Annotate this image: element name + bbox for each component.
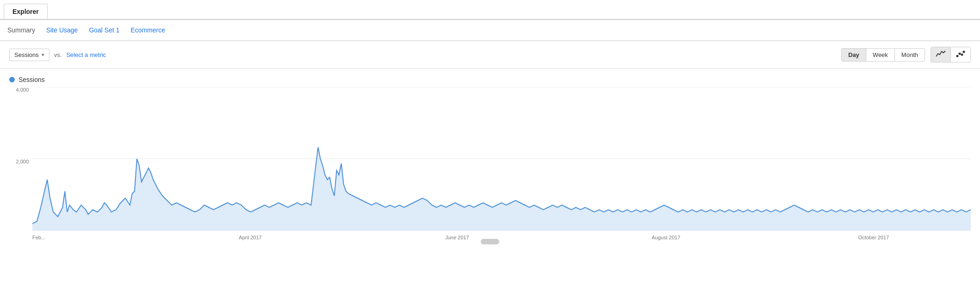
tab-ecommerce[interactable]: Ecommerce: [131, 25, 165, 36]
y-label-mid: 2,000: [9, 159, 32, 164]
chart-area: Sessions 4,000 2,000 Feb... A: [0, 69, 980, 244]
chart-container: 4,000 2,000 Feb... April 2017 June 2017 …: [9, 87, 971, 244]
svg-point-3: [961, 54, 963, 56]
month-button[interactable]: Month: [895, 49, 925, 61]
dot-chart-icon: [956, 50, 966, 58]
sub-tab-bar: Summary Site Usage Goal Set 1 Ecommerce: [0, 20, 980, 41]
x-label-feb: Feb...: [32, 235, 45, 240]
chart-plot: [32, 87, 971, 231]
svg-point-4: [963, 51, 965, 53]
tab-goal-set-1[interactable]: Goal Set 1: [89, 25, 119, 36]
dropdown-arrow-icon: ▾: [42, 52, 44, 58]
line-chart-button[interactable]: [931, 47, 951, 62]
tab-summary[interactable]: Summary: [7, 25, 35, 36]
metric-label: Sessions: [14, 51, 39, 58]
vs-label: vs.: [54, 51, 62, 58]
controls-row: Sessions ▾ vs. Select a metric Day Week …: [0, 41, 980, 69]
x-label-october: October 2017: [858, 235, 889, 240]
chart-svg: [32, 87, 971, 231]
legend-dot: [9, 77, 15, 82]
time-button-group: Day Week Month: [841, 48, 925, 62]
select-metric-link[interactable]: Select a metric: [66, 51, 106, 58]
chart-legend: Sessions: [9, 76, 971, 83]
y-label-top: 4,000: [9, 87, 32, 93]
dot-chart-button[interactable]: [951, 47, 970, 62]
metric-dropdown[interactable]: Sessions ▾: [9, 49, 49, 61]
line-chart-icon: [936, 50, 946, 58]
x-label-april: April 2017: [239, 235, 262, 240]
legend-label: Sessions: [18, 76, 45, 83]
x-label-august: August 2017: [652, 235, 680, 240]
x-label-june: June 2017: [445, 235, 469, 240]
week-button[interactable]: Week: [866, 49, 895, 61]
chart-type-group: [931, 47, 971, 62]
y-axis: 4,000 2,000: [9, 87, 32, 231]
right-controls: Day Week Month: [841, 47, 971, 62]
left-controls: Sessions ▾ vs. Select a metric: [9, 49, 106, 61]
scroll-thumb[interactable]: [481, 239, 499, 244]
svg-point-2: [959, 53, 961, 55]
tab-site-usage[interactable]: Site Usage: [46, 25, 78, 36]
x-axis: Feb... April 2017 June 2017 August 2017 …: [32, 231, 971, 244]
explorer-window-tab[interactable]: Explorer: [4, 4, 48, 19]
day-button[interactable]: Day: [842, 49, 866, 61]
svg-point-1: [956, 55, 959, 57]
